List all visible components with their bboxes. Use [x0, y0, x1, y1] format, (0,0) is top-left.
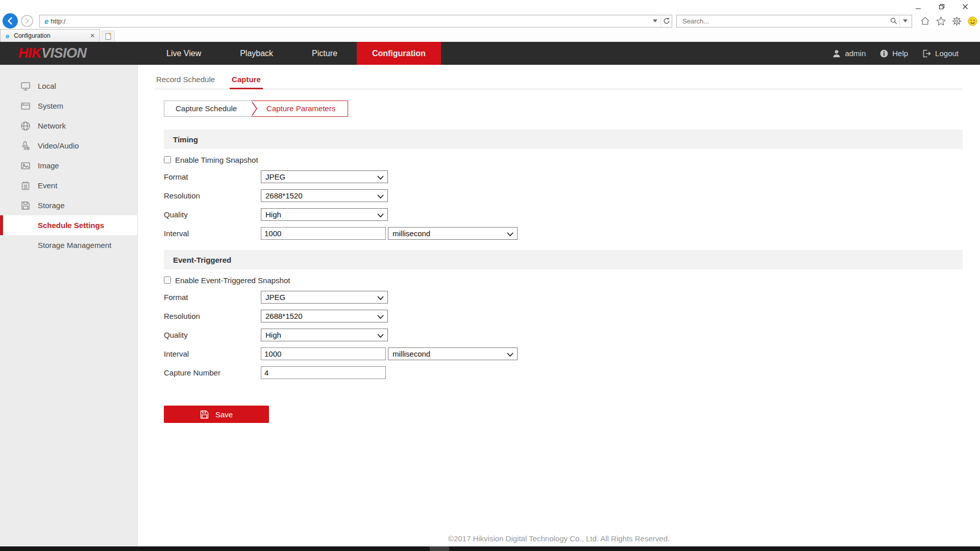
- enable-timing-snapshot-checkbox[interactable]: [164, 156, 171, 163]
- forward-arrow-icon: [24, 18, 30, 24]
- event-resolution-select[interactable]: 2688*1520: [261, 310, 388, 322]
- nav-picture[interactable]: Picture: [292, 42, 357, 65]
- timing-quality-value: High: [265, 210, 281, 219]
- sidebar-item-event[interactable]: Event: [0, 176, 137, 195]
- tab-capture[interactable]: Capture: [232, 75, 261, 89]
- address-dropdown-caret-icon[interactable]: [649, 15, 660, 27]
- capture-number-row: Capture Number: [164, 366, 963, 379]
- timing-resolution-label: Resolution: [164, 191, 261, 200]
- subtab-capture-schedule[interactable]: Capture Schedule: [164, 101, 251, 117]
- timing-format-select[interactable]: JPEG: [261, 170, 388, 183]
- enable-event-snapshot-checkbox[interactable]: [164, 277, 171, 284]
- nav-playback[interactable]: Playback: [220, 42, 292, 65]
- sidebar-item-schedule-settings[interactable]: Schedule Settings: [0, 215, 137, 235]
- new-tab-button[interactable]: [102, 31, 115, 42]
- event-interval-input[interactable]: [261, 347, 386, 360]
- search-dropdown-caret-icon[interactable]: [899, 15, 911, 27]
- event-format-select[interactable]: JPEG: [261, 291, 388, 304]
- chevron-down-icon: [377, 213, 384, 217]
- chevron-down-icon: [377, 296, 384, 300]
- sidebar-item-image[interactable]: Image: [0, 156, 137, 176]
- sidebar-item-label: System: [38, 102, 63, 110]
- browser-tab-configuration[interactable]: e Configuration ✕: [0, 29, 100, 42]
- subtab-chevron-icon: [251, 101, 259, 117]
- logout-link[interactable]: Logout: [922, 49, 959, 58]
- search-input[interactable]: [681, 17, 888, 26]
- capture-subtabs: Capture Schedule Capture Parameters: [164, 101, 348, 117]
- sidebar-item-label: Image: [38, 161, 59, 170]
- sidebar-item-system[interactable]: System: [0, 96, 137, 116]
- timing-section-title: Timing: [173, 135, 198, 144]
- timing-quality-row: Quality High: [164, 208, 963, 221]
- info-icon: [880, 49, 888, 58]
- nav-live-view[interactable]: Live View: [147, 42, 220, 65]
- forward-button[interactable]: [21, 15, 33, 27]
- event-interval-unit-value: millisecond: [393, 349, 430, 358]
- sidebar-item-label: Event: [38, 181, 57, 190]
- timing-resolution-value: 2688*1520: [265, 191, 303, 200]
- favorites-star-icon[interactable]: [935, 15, 946, 27]
- chevron-down-icon: [507, 232, 513, 236]
- sidebar-item-network[interactable]: Network: [0, 116, 137, 136]
- minimize-button[interactable]: [906, 0, 930, 13]
- sidebar-item-label: Storage: [38, 201, 65, 210]
- enable-event-snapshot-label: Enable Event-Triggered Snapshot: [175, 276, 290, 285]
- sidebar-item-storage-management[interactable]: Storage Management: [0, 235, 137, 255]
- subtab-capture-parameters[interactable]: Capture Parameters: [259, 101, 348, 117]
- save-floppy-icon: [200, 410, 209, 419]
- browser-tab-title: Configuration: [14, 32, 88, 39]
- help-label: Help: [892, 49, 908, 58]
- settings-gear-icon[interactable]: [951, 15, 962, 27]
- sidebar-item-local[interactable]: Local: [0, 76, 137, 96]
- event-quality-row: Quality High: [164, 329, 963, 341]
- browser-action-icons: [919, 15, 978, 27]
- user-menu[interactable]: admin: [832, 49, 866, 58]
- sidebar-item-video-audio[interactable]: Video/Audio: [0, 136, 137, 156]
- timing-quality-label: Quality: [164, 210, 261, 219]
- nav-configuration[interactable]: Configuration: [357, 42, 441, 65]
- monitor-icon: [20, 81, 31, 91]
- search-magnifier-icon[interactable]: [888, 15, 899, 27]
- globe-icon: [20, 121, 31, 131]
- back-arrow-icon: [6, 17, 14, 25]
- refresh-icon[interactable]: [660, 15, 672, 27]
- taskbar-strip: [0, 546, 980, 551]
- timing-format-label: Format: [164, 172, 261, 181]
- app-header: HIKVISION Live View Playback Picture Con…: [0, 42, 980, 65]
- search-box[interactable]: [676, 15, 912, 28]
- main-nav: Live View Playback Picture Configuration: [147, 42, 441, 65]
- tab-close-icon[interactable]: ✕: [88, 32, 96, 39]
- close-window-button[interactable]: [953, 0, 977, 13]
- sidebar: Local System Network Video/Audio Im: [0, 65, 138, 551]
- url-text[interactable]: http:/: [51, 17, 649, 25]
- timing-interval-unit-select[interactable]: millisecond: [388, 227, 518, 240]
- sidebar-item-storage[interactable]: Storage: [0, 195, 137, 215]
- restore-button[interactable]: [930, 0, 953, 13]
- content-area: Record Schedule Capture Capture Schedule…: [138, 65, 980, 551]
- event-quality-select[interactable]: High: [261, 329, 388, 341]
- event-quality-label: Quality: [164, 331, 261, 339]
- microphone-icon: [20, 141, 31, 151]
- event-triggered-section-header: Event-Triggered: [164, 250, 963, 269]
- sidebar-item-label: Local: [38, 82, 56, 90]
- browser-toolbar: e http:/: [0, 13, 980, 29]
- event-triggered-section-title: Event-Triggered: [173, 256, 231, 264]
- event-interval-label: Interval: [164, 349, 261, 358]
- timing-interval-input[interactable]: [261, 227, 386, 240]
- address-bar[interactable]: e http:/: [39, 15, 672, 28]
- capture-number-input[interactable]: [261, 366, 386, 379]
- save-button[interactable]: Save: [164, 406, 269, 423]
- home-icon[interactable]: [919, 15, 930, 27]
- back-button[interactable]: [3, 13, 18, 29]
- timing-resolution-select[interactable]: 2688*1520: [261, 189, 388, 202]
- timing-quality-select[interactable]: High: [261, 208, 388, 221]
- event-interval-unit-select[interactable]: millisecond: [388, 347, 518, 360]
- event-resolution-row: Resolution 2688*1520: [164, 310, 963, 322]
- logout-icon: [922, 49, 931, 58]
- feedback-smiley-icon[interactable]: [967, 15, 978, 27]
- save-button-label: Save: [215, 410, 233, 419]
- timing-interval-row: Interval millisecond: [164, 227, 963, 240]
- tab-record-schedule[interactable]: Record Schedule: [156, 75, 215, 89]
- help-link[interactable]: Help: [880, 49, 908, 58]
- event-format-row: Format JPEG: [164, 291, 963, 304]
